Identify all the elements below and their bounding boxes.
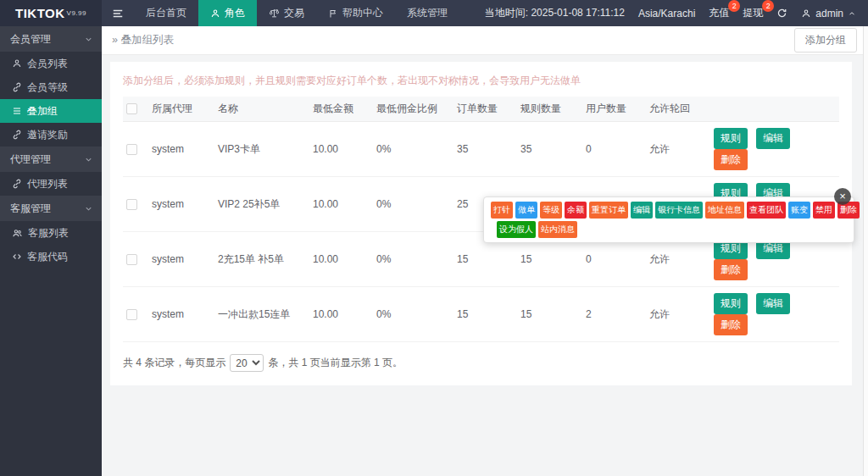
- nav-item-help-center[interactable]: 帮助中心: [316, 0, 395, 26]
- recharge-link[interactable]: 充值 2: [709, 6, 729, 20]
- popup-button-site-message[interactable]: 站内消息: [538, 221, 577, 238]
- nav-label: 交易: [284, 6, 304, 20]
- row-checkbox[interactable]: [126, 199, 137, 210]
- group-label: 会员管理: [10, 32, 51, 47]
- nav-item-dashboard[interactable]: 后台首页: [134, 0, 198, 26]
- sidebar-item-member-level[interactable]: 会员等级: [0, 75, 102, 99]
- column-header-name: 名称: [214, 97, 309, 122]
- cell-name: 一冲出款15连单: [214, 287, 309, 342]
- row-checkbox[interactable]: [126, 254, 137, 265]
- popup-button-balance[interactable]: 余额: [565, 202, 587, 219]
- local-time: 当地时间: 2025-01-08 17:11:12: [485, 6, 625, 20]
- nav-item-system-management[interactable]: 系统管理: [395, 0, 459, 26]
- row-checkbox[interactable]: [126, 144, 137, 155]
- topbar-right: 当地时间: 2025-01-08 17:11:12 Asia/Karachi 充…: [485, 0, 868, 26]
- popup-button-disable[interactable]: 禁用: [813, 202, 835, 219]
- rule-button[interactable]: 规则: [714, 293, 748, 314]
- select-all-checkbox[interactable]: [126, 103, 137, 114]
- sidebar-group-agent-management[interactable]: 代理管理: [0, 147, 102, 172]
- pagination-prefix: 共 4 条记录，每页显示: [123, 356, 225, 370]
- users-icon: [12, 228, 23, 239]
- scales-icon: [269, 8, 280, 19]
- nav-label: 角色: [225, 6, 245, 20]
- popup-button-inject[interactable]: 打针: [491, 202, 513, 219]
- withdraw-link[interactable]: 提现 2: [743, 6, 763, 20]
- person-icon: [12, 58, 22, 69]
- nav-item-trade[interactable]: 交易: [257, 0, 316, 26]
- cell-agent: system: [148, 177, 214, 232]
- popup-button-view-team[interactable]: 查看团队: [747, 202, 786, 219]
- edit-button[interactable]: 编辑: [756, 128, 790, 149]
- page-size-select[interactable]: 20: [230, 354, 264, 372]
- table-row: system VIP3卡单 10.00 0% 35 35 0 允许 规则 编辑: [123, 122, 839, 177]
- cell-user-count: 0: [582, 122, 646, 177]
- sidebar: 会员管理 会员列表 会员等级 叠加组: [0, 26, 102, 476]
- cell-loop: 允许: [646, 287, 710, 342]
- cell-min-amount: 10.00: [309, 177, 373, 232]
- edit-button[interactable]: 编辑: [756, 293, 790, 314]
- popup-button-set-fake-user[interactable]: 设为假人: [497, 221, 536, 238]
- sidebar-item-agent-list[interactable]: 代理列表: [0, 172, 102, 196]
- row-checkbox[interactable]: [126, 309, 137, 320]
- nav-item-role[interactable]: 角色: [198, 0, 257, 26]
- cell-rule-count: 15: [517, 287, 582, 342]
- cell-min-amount: 10.00: [309, 122, 373, 177]
- group-label: 客服管理: [10, 202, 51, 216]
- cell-min-ratio: 0%: [373, 232, 453, 287]
- logo-text: TIKTOK: [15, 6, 65, 20]
- link-icon: [12, 130, 22, 140]
- user-menu[interactable]: admin: [801, 8, 856, 19]
- sidebar-item-support-code[interactable]: 客服代码: [0, 245, 102, 268]
- delete-button[interactable]: 删除: [714, 259, 748, 280]
- sidebar-item-invite-reward[interactable]: 邀请奖励: [0, 123, 102, 147]
- app-root: TIKTOK V9.99 后台首页 角色 交易: [0, 0, 868, 476]
- cell-min-ratio: 0%: [373, 177, 453, 232]
- cell-agent: system: [148, 287, 214, 342]
- popup-row-1: 打针 做单 等级 余额 重置订单 编辑 银行卡信息 地址信息 查看团队 账变 禁…: [491, 202, 847, 219]
- sidebar-item-label: 叠加组: [27, 104, 58, 119]
- delete-button[interactable]: 删除: [714, 149, 748, 170]
- sidebar-item-label: 会员等级: [27, 80, 68, 95]
- table-row: system 一冲出款15连单 10.00 0% 15 15 2 允许 规则 编…: [123, 287, 839, 342]
- hint-text: 添加分组后，必须添加规则，并且规则需要对应好订单个数，若出现不对称情况，会导致用…: [123, 74, 839, 88]
- cell-agent: system: [148, 122, 214, 177]
- sidebar-toggle-button[interactable]: [102, 0, 134, 26]
- add-group-button[interactable]: 添加分组: [794, 28, 857, 53]
- page-scrollbar[interactable]: [863, 26, 868, 476]
- sidebar-item-stack-group[interactable]: 叠加组: [0, 99, 102, 123]
- popup-button-reset-orders[interactable]: 重置订单: [589, 202, 628, 219]
- column-header-min-ratio: 最低佣金比例: [373, 97, 453, 122]
- nav-label: 系统管理: [407, 6, 448, 20]
- withdraw-badge: 2: [762, 0, 774, 12]
- nav-label: 后台首页: [146, 6, 186, 20]
- column-header-agent: 所属代理: [148, 97, 214, 122]
- cell-name: 2充15单 补5单: [214, 232, 309, 287]
- cell-name: VIP3卡单: [214, 122, 309, 177]
- user-icon: [801, 8, 811, 19]
- cell-user-count: 2: [582, 287, 646, 342]
- sidebar-group-support-management[interactable]: 客服管理: [0, 196, 102, 221]
- popup-button-make-order[interactable]: 做单: [515, 202, 537, 219]
- close-icon[interactable]: ×: [834, 188, 851, 205]
- popup-button-bank-card-info[interactable]: 银行卡信息: [655, 202, 703, 219]
- main-content: » 叠加组列表 添加分组 添加分组后，必须添加规则，并且规则需要对应好订单个数，…: [102, 26, 868, 476]
- popup-button-edit[interactable]: 编辑: [631, 202, 653, 219]
- sidebar-group-member-management[interactable]: 会员管理: [0, 26, 102, 52]
- chevron-down-icon: [84, 204, 93, 213]
- refresh-icon[interactable]: [776, 8, 787, 19]
- popup-button-address-info[interactable]: 地址信息: [705, 202, 744, 219]
- person-icon: [210, 8, 220, 19]
- breadcrumb-bar: » 叠加组列表 添加分组: [102, 26, 868, 55]
- popup-button-level[interactable]: 等级: [540, 202, 562, 219]
- cell-min-ratio: 0%: [373, 287, 453, 342]
- chevron-up-icon: [848, 9, 856, 18]
- rule-button[interactable]: 规则: [714, 128, 748, 149]
- chevron-down-icon: [84, 35, 93, 44]
- code-icon: [12, 252, 22, 262]
- sidebar-item-member-list[interactable]: 会员列表: [0, 52, 102, 75]
- delete-button[interactable]: 删除: [714, 314, 748, 335]
- breadcrumb: » 叠加组列表: [112, 33, 174, 47]
- popup-button-balance-change[interactable]: 账变: [788, 202, 810, 219]
- nav-label: 帮助中心: [342, 6, 383, 20]
- sidebar-item-support-list[interactable]: 客服列表: [0, 221, 102, 245]
